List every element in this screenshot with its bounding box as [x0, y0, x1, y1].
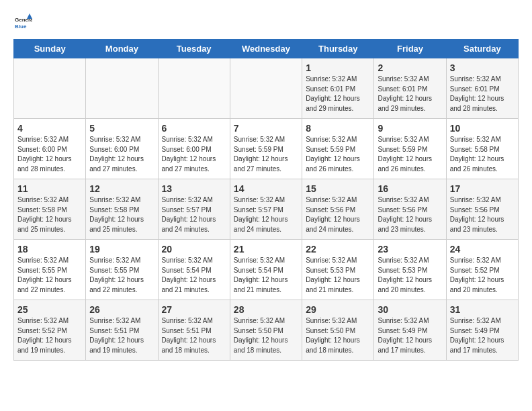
day-details: Sunrise: 5:32 AM Sunset: 5:51 PM Dayligh…	[162, 316, 226, 355]
day-number: 3	[450, 62, 515, 73]
day-number: 31	[450, 304, 515, 315]
day-details: Sunrise: 5:32 AM Sunset: 5:54 PM Dayligh…	[234, 256, 298, 295]
calendar-cell: 20Sunrise: 5:32 AM Sunset: 5:54 PM Dayli…	[158, 240, 230, 300]
day-details: Sunrise: 5:32 AM Sunset: 5:56 PM Dayligh…	[378, 195, 442, 234]
calendar-cell: 8Sunrise: 5:32 AM Sunset: 5:59 PM Daylig…	[302, 119, 374, 179]
day-number: 25	[17, 304, 82, 315]
page-header: General Blue	[13, 13, 519, 32]
day-details: Sunrise: 5:32 AM Sunset: 5:57 PM Dayligh…	[162, 195, 226, 234]
day-details: Sunrise: 5:32 AM Sunset: 6:01 PM Dayligh…	[450, 75, 515, 113]
day-details: Sunrise: 5:32 AM Sunset: 5:59 PM Dayligh…	[306, 135, 370, 174]
week-row-4: 25Sunrise: 5:32 AM Sunset: 5:52 PM Dayli…	[14, 300, 519, 361]
day-details: Sunrise: 5:32 AM Sunset: 5:55 PM Dayligh…	[89, 256, 154, 295]
day-number: 18	[17, 244, 82, 255]
svg-text:Blue: Blue	[15, 24, 27, 30]
day-number: 7	[234, 123, 298, 134]
calendar-cell	[230, 58, 302, 119]
calendar-cell: 10Sunrise: 5:32 AM Sunset: 5:58 PM Dayli…	[446, 119, 518, 179]
calendar-table: SundayMondayTuesdayWednesdayThursdayFrid…	[13, 39, 519, 361]
header-tuesday: Tuesday	[158, 40, 230, 58]
day-number: 9	[378, 123, 442, 134]
day-details: Sunrise: 5:32 AM Sunset: 5:50 PM Dayligh…	[234, 316, 298, 355]
day-details: Sunrise: 5:32 AM Sunset: 5:58 PM Dayligh…	[89, 195, 154, 234]
calendar-cell: 31Sunrise: 5:32 AM Sunset: 5:49 PM Dayli…	[446, 300, 518, 361]
day-details: Sunrise: 5:32 AM Sunset: 5:57 PM Dayligh…	[234, 195, 298, 234]
calendar-cell: 11Sunrise: 5:32 AM Sunset: 5:58 PM Dayli…	[14, 179, 86, 240]
day-number: 11	[17, 183, 82, 194]
day-number: 10	[450, 123, 515, 134]
day-details: Sunrise: 5:32 AM Sunset: 5:58 PM Dayligh…	[450, 135, 515, 174]
day-details: Sunrise: 5:32 AM Sunset: 6:00 PM Dayligh…	[89, 135, 154, 174]
calendar-cell: 27Sunrise: 5:32 AM Sunset: 5:51 PM Dayli…	[158, 300, 230, 361]
day-details: Sunrise: 5:32 AM Sunset: 5:51 PM Dayligh…	[89, 316, 154, 355]
day-number: 17	[450, 183, 515, 194]
day-number: 19	[89, 244, 154, 255]
day-details: Sunrise: 5:32 AM Sunset: 6:01 PM Dayligh…	[378, 75, 442, 113]
week-row-3: 18Sunrise: 5:32 AM Sunset: 5:55 PM Dayli…	[14, 240, 519, 300]
day-details: Sunrise: 5:32 AM Sunset: 5:56 PM Dayligh…	[450, 195, 515, 234]
day-number: 26	[89, 304, 154, 315]
day-number: 21	[234, 244, 298, 255]
day-details: Sunrise: 5:32 AM Sunset: 6:01 PM Dayligh…	[306, 75, 370, 113]
calendar-header: SundayMondayTuesdayWednesdayThursdayFrid…	[14, 40, 519, 58]
header-wednesday: Wednesday	[230, 40, 302, 58]
calendar-cell: 5Sunrise: 5:32 AM Sunset: 6:00 PM Daylig…	[86, 119, 158, 179]
calendar-cell: 12Sunrise: 5:32 AM Sunset: 5:58 PM Dayli…	[86, 179, 158, 240]
calendar-cell: 19Sunrise: 5:32 AM Sunset: 5:55 PM Dayli…	[86, 240, 158, 300]
day-details: Sunrise: 5:32 AM Sunset: 5:55 PM Dayligh…	[17, 256, 82, 295]
day-details: Sunrise: 5:32 AM Sunset: 5:49 PM Dayligh…	[450, 316, 515, 355]
calendar-cell: 14Sunrise: 5:32 AM Sunset: 5:57 PM Dayli…	[230, 179, 302, 240]
day-number: 5	[89, 123, 154, 134]
day-number: 29	[306, 304, 370, 315]
calendar-cell: 23Sunrise: 5:32 AM Sunset: 5:53 PM Dayli…	[374, 240, 446, 300]
calendar-cell: 3Sunrise: 5:32 AM Sunset: 6:01 PM Daylig…	[446, 58, 518, 119]
calendar-cell: 15Sunrise: 5:32 AM Sunset: 5:56 PM Dayli…	[302, 179, 374, 240]
calendar-cell	[14, 58, 86, 119]
calendar-body: 1Sunrise: 5:32 AM Sunset: 6:01 PM Daylig…	[14, 58, 519, 361]
day-number: 23	[378, 244, 442, 255]
calendar-cell: 2Sunrise: 5:32 AM Sunset: 6:01 PM Daylig…	[374, 58, 446, 119]
calendar-cell: 1Sunrise: 5:32 AM Sunset: 6:01 PM Daylig…	[302, 58, 374, 119]
header-sunday: Sunday	[14, 40, 86, 58]
day-number: 14	[234, 183, 298, 194]
day-details: Sunrise: 5:32 AM Sunset: 5:59 PM Dayligh…	[234, 135, 298, 174]
day-number: 28	[234, 304, 298, 315]
day-details: Sunrise: 5:32 AM Sunset: 5:52 PM Dayligh…	[450, 256, 515, 295]
calendar-cell: 22Sunrise: 5:32 AM Sunset: 5:53 PM Dayli…	[302, 240, 374, 300]
calendar-cell: 16Sunrise: 5:32 AM Sunset: 5:56 PM Dayli…	[374, 179, 446, 240]
day-details: Sunrise: 5:32 AM Sunset: 6:00 PM Dayligh…	[17, 135, 82, 174]
day-number: 6	[162, 123, 226, 134]
day-number: 2	[378, 62, 442, 73]
calendar-cell: 30Sunrise: 5:32 AM Sunset: 5:49 PM Dayli…	[374, 300, 446, 361]
header-saturday: Saturday	[446, 40, 518, 58]
day-details: Sunrise: 5:32 AM Sunset: 6:00 PM Dayligh…	[162, 135, 226, 174]
calendar-cell: 28Sunrise: 5:32 AM Sunset: 5:50 PM Dayli…	[230, 300, 302, 361]
day-number: 20	[162, 244, 226, 255]
calendar-cell: 4Sunrise: 5:32 AM Sunset: 6:00 PM Daylig…	[14, 119, 86, 179]
header-friday: Friday	[374, 40, 446, 58]
day-number: 13	[162, 183, 226, 194]
day-number: 8	[306, 123, 370, 134]
header-monday: Monday	[86, 40, 158, 58]
day-number: 22	[306, 244, 370, 255]
day-number: 16	[378, 183, 442, 194]
logo-icon: General Blue	[13, 13, 32, 32]
calendar-cell: 17Sunrise: 5:32 AM Sunset: 5:56 PM Dayli…	[446, 179, 518, 240]
week-row-1: 4Sunrise: 5:32 AM Sunset: 6:00 PM Daylig…	[14, 119, 519, 179]
calendar-cell: 25Sunrise: 5:32 AM Sunset: 5:52 PM Dayli…	[14, 300, 86, 361]
header-thursday: Thursday	[302, 40, 374, 58]
day-details: Sunrise: 5:32 AM Sunset: 5:53 PM Dayligh…	[306, 256, 370, 295]
calendar-cell: 26Sunrise: 5:32 AM Sunset: 5:51 PM Dayli…	[86, 300, 158, 361]
day-details: Sunrise: 5:32 AM Sunset: 5:53 PM Dayligh…	[378, 256, 442, 295]
day-number: 12	[89, 183, 154, 194]
calendar-cell	[158, 58, 230, 119]
day-details: Sunrise: 5:32 AM Sunset: 5:58 PM Dayligh…	[17, 195, 82, 234]
calendar-cell: 18Sunrise: 5:32 AM Sunset: 5:55 PM Dayli…	[14, 240, 86, 300]
calendar-cell	[86, 58, 158, 119]
calendar-cell: 13Sunrise: 5:32 AM Sunset: 5:57 PM Dayli…	[158, 179, 230, 240]
day-details: Sunrise: 5:32 AM Sunset: 5:54 PM Dayligh…	[162, 256, 226, 295]
day-details: Sunrise: 5:32 AM Sunset: 5:56 PM Dayligh…	[306, 195, 370, 234]
day-number: 15	[306, 183, 370, 194]
week-row-2: 11Sunrise: 5:32 AM Sunset: 5:58 PM Dayli…	[14, 179, 519, 240]
calendar-cell: 21Sunrise: 5:32 AM Sunset: 5:54 PM Dayli…	[230, 240, 302, 300]
